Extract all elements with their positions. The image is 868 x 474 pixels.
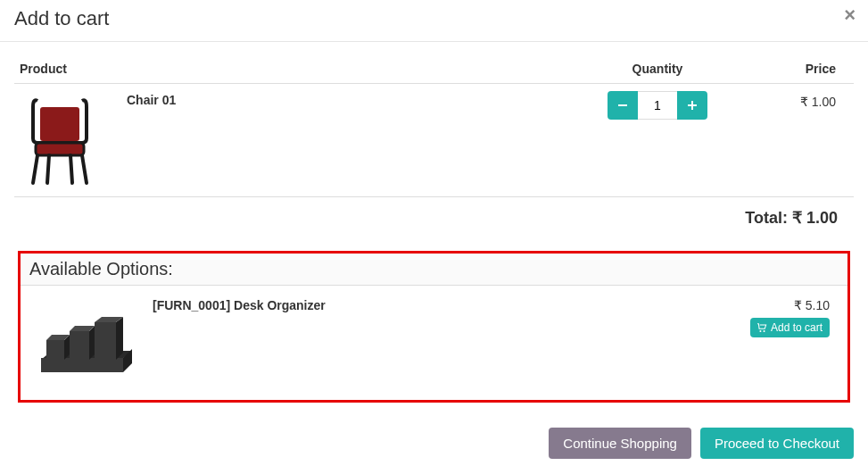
svg-marker-12 xyxy=(89,326,95,360)
svg-point-17 xyxy=(759,329,761,331)
option-row: [FURN_0001] Desk Organizer ₹ 5.10 Add to… xyxy=(21,286,847,400)
option-right: ₹ 5.10 Add to cart xyxy=(750,293,839,337)
chair-icon xyxy=(24,94,95,187)
plus-icon xyxy=(687,100,698,111)
header-product: Product xyxy=(14,54,586,84)
minus-icon xyxy=(617,100,628,111)
svg-point-18 xyxy=(764,329,765,331)
organizer-icon xyxy=(34,306,141,378)
svg-marker-15 xyxy=(116,317,123,360)
modal-header: Add to cart × xyxy=(0,0,868,42)
option-name: [FURN_0001] Desk Organizer xyxy=(145,293,750,312)
svg-rect-14 xyxy=(95,322,116,360)
close-icon[interactable]: × xyxy=(844,4,856,27)
available-options-title: Available Options: xyxy=(21,254,847,286)
modal-body: Product Quantity Price Cha xyxy=(0,42,868,417)
product-image-cell xyxy=(14,84,121,197)
quantity-input[interactable] xyxy=(638,91,677,120)
decrease-button[interactable] xyxy=(608,91,638,120)
continue-shopping-button[interactable]: Continue Shopping xyxy=(549,428,691,459)
svg-rect-11 xyxy=(70,331,89,360)
total-value: ₹ 1.00 xyxy=(792,209,838,227)
header-price: Price xyxy=(729,54,854,84)
total-label: Total: xyxy=(745,209,788,227)
svg-rect-1 xyxy=(36,143,84,155)
product-name: Chair 01 xyxy=(121,84,586,197)
table-row: Chair 01 ₹ 1.00 xyxy=(14,84,854,197)
modal-footer: Continue Shopping Proceed to Checkout xyxy=(0,417,868,470)
total-row: Total: ₹ 1.00 xyxy=(14,196,854,231)
increase-button[interactable] xyxy=(677,91,707,120)
quantity-stepper xyxy=(608,91,707,120)
svg-rect-0 xyxy=(40,107,79,141)
option-price: ₹ 5.10 xyxy=(750,298,830,312)
add-to-cart-label: Add to cart xyxy=(771,321,823,334)
product-price: ₹ 1.00 xyxy=(729,84,854,197)
header-quantity: Quantity xyxy=(586,54,729,84)
add-to-cart-button[interactable]: Add to cart xyxy=(750,318,830,337)
svg-rect-6 xyxy=(41,358,123,372)
organizer-image xyxy=(29,293,145,391)
svg-rect-8 xyxy=(46,340,64,360)
cart-table: Product Quantity Price Cha xyxy=(14,54,854,196)
svg-rect-4 xyxy=(691,101,693,110)
proceed-checkout-button[interactable]: Proceed to Checkout xyxy=(700,428,854,459)
chair-image xyxy=(20,91,100,189)
cart-icon xyxy=(757,323,767,333)
available-options-section: Available Options: [FURN_ xyxy=(18,251,850,403)
modal-title: Add to cart xyxy=(14,7,854,30)
quantity-cell xyxy=(586,84,729,197)
svg-rect-2 xyxy=(618,104,627,106)
